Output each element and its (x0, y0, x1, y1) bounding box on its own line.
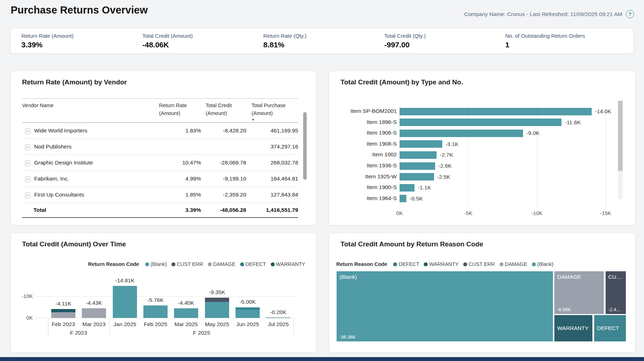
vendor-name-cell: +Nod Publishers (22, 143, 158, 150)
column-segment--blank-[interactable] (205, 302, 229, 318)
page-title: Purchase Returns Overview (11, 4, 148, 16)
y-axis-tick: -10K (17, 293, 33, 299)
vendor-table-panel: Return Rate (Amount) by Vendor Vendor Na… (11, 71, 316, 225)
table-row[interactable]: +Wide World Importers1.83%-8,428.20461,1… (22, 123, 298, 139)
vendor-name-cell: +Graphic Design Institute (22, 159, 158, 166)
bar[interactable] (400, 173, 434, 180)
total-label-cell: Total (22, 207, 158, 213)
expand-icon[interactable]: + (25, 193, 30, 198)
column-segment-defect[interactable] (236, 308, 260, 309)
bar[interactable] (400, 151, 437, 159)
total-credit-sum: -48,056.28 (201, 207, 246, 213)
column-segment--blank-[interactable] (174, 308, 198, 318)
column-header-vendor-name[interactable]: Vendor Name (22, 102, 158, 122)
credit-over-time-panel: Total Credit (Amount) Over Time Return R… (11, 233, 316, 352)
table-row[interactable]: +Nod Publishers374,297.16 (22, 139, 298, 155)
legend-dot (532, 262, 536, 266)
bar-category-label: Item 1908-S (329, 141, 397, 147)
legend-item-damage[interactable]: DAMAGE (500, 261, 527, 267)
bar-value-label: -2.5K (437, 174, 450, 180)
kpi-1: Return Rate (Amount)3.39% (21, 33, 74, 49)
vendor-name-cell: +Fabrikam, Inc. (22, 176, 158, 182)
legend-item--blank-[interactable]: (Blank) (532, 261, 554, 267)
bar-category-label: Item SP-BOM2001 (329, 108, 397, 114)
legend-item-defect[interactable]: DEFECT (393, 261, 419, 267)
bar[interactable] (400, 130, 523, 137)
vendor-table-scrollbar[interactable] (303, 112, 307, 180)
x-axis-category: Jan 2025 (109, 321, 141, 328)
column-segment-cust-err[interactable] (205, 298, 229, 302)
column-segment-damage[interactable] (51, 312, 75, 318)
kpi-5: No. of Outstanding Return Orders1 (505, 33, 585, 49)
column-segment-damage[interactable] (82, 308, 106, 318)
bar-category-label: Item 1900-S (329, 184, 397, 190)
bar[interactable] (400, 119, 561, 126)
expand-icon[interactable]: + (25, 177, 30, 182)
bar[interactable] (400, 162, 435, 170)
vendor-name: Nod Publishers (34, 143, 72, 150)
bar-category-label: Item 1906-S (329, 130, 397, 136)
table-row[interactable]: +Graphic Design Institute10.47%-28,069.7… (22, 155, 298, 171)
vendor-name-cell: +Wide World Importers (22, 127, 158, 134)
y-axis-tick: 0K (17, 315, 33, 321)
bar[interactable] (400, 195, 406, 202)
legend-item-warranty[interactable]: WARRANTY (424, 261, 458, 267)
company-refresh-text: Company Name: Cronus - Last Refreshed: 1… (464, 11, 622, 17)
reason-code-treemap-panel: Total Credit Amount by Return Reason Cod… (329, 233, 635, 352)
chart-scrollbar-thumb[interactable] (618, 101, 623, 171)
legend-item-cust-err[interactable]: CUST ERR (463, 261, 495, 267)
total-credit-cell: -8,428.20 (201, 127, 246, 134)
total-credit-cell: -28,069.78 (201, 159, 246, 166)
treemap-node--blank-[interactable]: (Blank)-36.36K (336, 271, 553, 342)
help-icon[interactable]: ? (626, 10, 634, 18)
sort-descending-icon[interactable]: ▼ (252, 118, 298, 122)
bar[interactable] (400, 108, 592, 115)
bar-category-label: Item 1936-S (329, 162, 397, 169)
total-purchase-cell: 268,032.78 (246, 159, 298, 166)
treemap-node-defect[interactable]: DEFECT (594, 315, 626, 342)
treemap-node-warranty[interactable]: WARRANTY (554, 315, 593, 342)
dashboard-page: Purchase Returns Overview Company Name: … (0, 0, 644, 361)
column-segment--blank-[interactable] (236, 309, 260, 318)
x-axis-group-label: F 2023 (57, 330, 100, 336)
expand-icon[interactable]: + (25, 129, 30, 134)
kpi-label: Return Rate (Amount) (21, 33, 74, 39)
axis-group-separator (48, 319, 48, 337)
header-meta: Company Name: Cronus - Last Refreshed: 1… (464, 10, 634, 18)
bar[interactable] (400, 140, 442, 148)
table-row[interactable]: +First Up Consultants1.85%-2,359.20127,8… (22, 187, 298, 203)
column-segment-warranty[interactable] (51, 309, 75, 312)
column-total-label: -9.35K (201, 289, 233, 295)
bar-value-label: -9.0K (526, 130, 539, 136)
return-rate-cell: 10.47% (158, 159, 201, 166)
x-axis-tick: -10K (526, 210, 548, 216)
x-axis-tick: 0K (389, 210, 410, 216)
column-segment--blank-[interactable] (143, 305, 168, 318)
x-axis-category: Jul 2025 (262, 321, 294, 328)
column-header-return-rate[interactable]: Return Rate(Amount) (158, 102, 201, 122)
column-header-total-purchase[interactable]: Total Purchase(Amount)▼ (246, 102, 298, 122)
column-segment-warranty[interactable] (266, 318, 290, 318)
credit-over-time-chart: 0K-10K-4.11KFeb 2023-4.43KMar 2023-14.81… (11, 233, 316, 352)
x-axis-tick: -15K (595, 210, 616, 216)
treemap-node-damage[interactable]: DAMAGE-6.99K (554, 271, 604, 314)
treemap-node-cust-err[interactable]: CUST ERR-2.4... (605, 271, 626, 314)
treemap-node-value: -36.36K (339, 334, 356, 340)
bar[interactable] (400, 184, 415, 192)
treemap-node-label: (Blank) (339, 274, 357, 280)
x-axis-category: Feb 2023 (47, 321, 79, 328)
column-segment--blank-[interactable] (236, 307, 260, 308)
total-purchase-cell: 184,464.81 (246, 176, 298, 182)
table-row[interactable]: +Fabrikam, Inc.4.99%-9,199.10184,464.81 (22, 171, 298, 187)
column-segment--blank-[interactable] (113, 286, 137, 318)
x-axis-category: Mar 2025 (170, 321, 202, 328)
vendor-name: Wide World Importers (34, 127, 88, 134)
expand-icon[interactable]: + (25, 161, 30, 166)
bar-value-label: -14.0K (595, 108, 611, 115)
vendor-name: Fabrikam, Inc. (34, 176, 69, 182)
kpi-4: Total Credit (Qty.)-997.00 (384, 33, 426, 49)
kpi-label: Return Rate (Qty.) (263, 33, 306, 39)
legend-label: WARRANTY (429, 261, 458, 267)
column-header-total-credit[interactable]: Total Credit(Amount) (201, 102, 246, 122)
expand-icon[interactable]: + (25, 145, 30, 150)
